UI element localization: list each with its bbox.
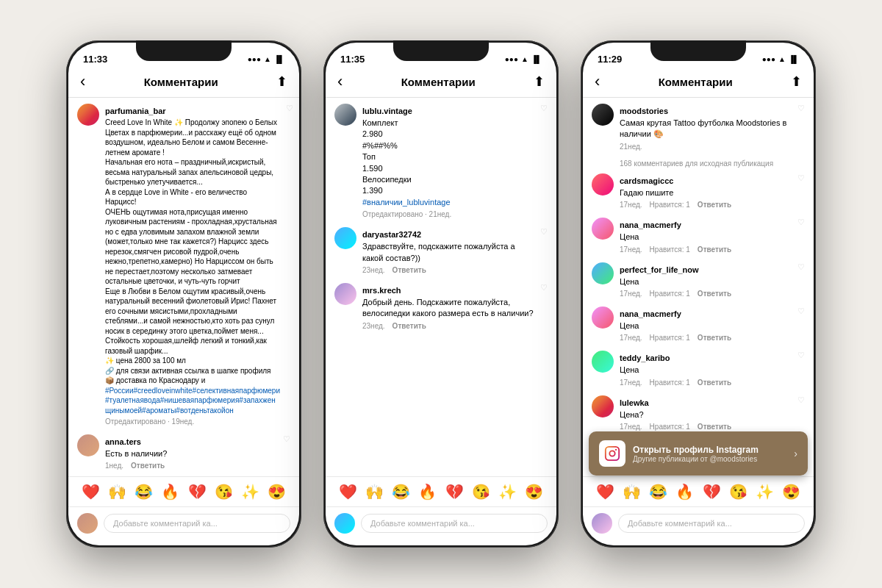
heart-icon[interactable]: ♡	[797, 351, 805, 386]
comment-input-1[interactable]: Добавьте комментарий ка...	[104, 514, 290, 533]
comment-content: nana_macmerfy Цена 17нед. Нравится: 1 От…	[620, 218, 792, 253]
comment-meta: 17нед. Нравится: 1 Ответить	[620, 423, 792, 431]
heart-icon[interactable]: ♡	[540, 104, 548, 218]
comment-row: lublu.vintage Комплект2.980#%##%%Топ1.59…	[334, 104, 548, 218]
comment-edited: Отредактировано · 19нед.	[105, 417, 194, 426]
comments-area-3[interactable]: moodstories Самая крутая Tattoo футболка…	[583, 98, 814, 476]
comments-area-1[interactable]: parfumania_bar Creed Love In White ✨ Про…	[68, 98, 299, 476]
avatar	[592, 351, 614, 373]
comment-meta: 17нед. Нравится: 1 Ответить	[620, 201, 792, 209]
heart-icon[interactable]: ♡	[797, 395, 805, 431]
phone-3: 11:29 ●●● ▲ ▐▌ ‹ Комментарии ⬆ moodstori…	[581, 40, 816, 548]
heart-icon[interactable]: ♡	[797, 218, 805, 253]
comment-username: lublu.vintage	[362, 107, 412, 115]
heart-icon[interactable]: ♡	[283, 434, 290, 470]
reply-button[interactable]: Ответить	[698, 423, 731, 431]
popup-title: Открыть профиль Instagram	[633, 445, 794, 455]
heart-icon[interactable]: ♡	[797, 173, 805, 209]
send-button-3[interactable]: ⬆	[791, 74, 802, 90]
heart-icon[interactable]: ♡	[286, 104, 293, 426]
emoji-brokenheart[interactable]: 💔	[703, 483, 721, 501]
emoji-kiss[interactable]: 😘	[215, 483, 233, 501]
emoji-fire[interactable]: 🔥	[418, 483, 437, 501]
comment-input-3[interactable]: Добавьте комментарий ка...	[618, 514, 805, 533]
emoji-star-eyes[interactable]: 😍	[525, 483, 543, 501]
signal-icon: ●●●	[762, 55, 775, 63]
heart-icon[interactable]: ♡	[540, 227, 548, 274]
comment-row: teddy_karibo Цена 17нед. Нравится: 1 Отв…	[592, 351, 805, 386]
emoji-kiss[interactable]: 😘	[472, 483, 490, 501]
wifi-icon: ▲	[778, 55, 786, 63]
comment-placeholder-3: Добавьте комментарий ка...	[628, 519, 732, 528]
emoji-star-eyes[interactable]: 😍	[268, 483, 286, 501]
emoji-fire[interactable]: 🔥	[675, 483, 694, 501]
comment-row: daryastar32742 Здравствуйте, подскажите …	[334, 227, 548, 274]
emoji-heart[interactable]: ❤️	[339, 483, 357, 501]
back-button-2[interactable]: ‹	[337, 72, 343, 91]
comment-text: Цена?	[620, 409, 792, 420]
comment-content: moodstories Самая крутая Tattoo футболка…	[620, 104, 792, 151]
comment-input-row-1: Добавьте комментарий ка...	[68, 507, 299, 545]
emoji-hands[interactable]: 🙌	[108, 483, 126, 501]
wifi-icon: ▲	[264, 55, 271, 63]
heart-icon[interactable]: ♡	[797, 262, 805, 298]
comment-username: lulewka	[620, 398, 649, 407]
comments-area-2[interactable]: lublu.vintage Комплект2.980#%##%%Топ1.59…	[326, 98, 556, 476]
comment-time: 17нед.	[620, 334, 642, 342]
avatar	[334, 104, 356, 126]
emoji-kiss[interactable]: 😘	[729, 483, 747, 501]
reply-button[interactable]: Ответить	[698, 201, 731, 209]
emoji-brokenheart[interactable]: 💔	[188, 483, 207, 501]
emoji-laugh[interactable]: 😂	[392, 483, 410, 501]
send-button-2[interactable]: ⬆	[534, 74, 545, 90]
emoji-sparkle[interactable]: ✨	[241, 483, 259, 501]
emoji-sparkle[interactable]: ✨	[498, 483, 517, 501]
reply-button[interactable]: Ответить	[392, 266, 426, 274]
comment-input-2[interactable]: Добавьте комментарий ка...	[361, 514, 548, 533]
reply-button[interactable]: Ответить	[698, 290, 731, 298]
reply-button[interactable]: Ответить	[392, 322, 426, 330]
emoji-heart[interactable]: ❤️	[82, 483, 100, 501]
comment-time: 21нед.	[620, 143, 642, 151]
emoji-hands[interactable]: 🙌	[365, 483, 384, 501]
comment-meta: 21нед.	[620, 143, 792, 151]
reply-button[interactable]: Ответить	[698, 334, 731, 342]
back-button-1[interactable]: ‹	[80, 72, 85, 91]
avatar	[77, 104, 99, 126]
comment-content: lublu.vintage Комплект2.980#%##%%Топ1.59…	[362, 104, 534, 218]
notch-3	[650, 40, 746, 61]
comment-row: parfumania_bar Creed Love In White ✨ Про…	[77, 104, 290, 426]
comment-time: 23нед.	[362, 322, 385, 330]
comment-text: Цена	[620, 232, 792, 243]
emoji-laugh[interactable]: 😂	[135, 483, 153, 501]
comment-content: nana_macmerfy Цена 17нед. Нравится: 1 От…	[620, 306, 792, 342]
reply-button[interactable]: Ответить	[131, 462, 165, 470]
emoji-brokenheart[interactable]: 💔	[445, 483, 464, 501]
avatar	[592, 173, 614, 196]
emoji-hands[interactable]: 🙌	[623, 483, 641, 501]
emoji-sparkle[interactable]: ✨	[756, 483, 774, 501]
emoji-heart[interactable]: ❤️	[596, 483, 614, 501]
back-button-3[interactable]: ‹	[595, 72, 600, 91]
reply-button[interactable]: Ответить	[698, 245, 731, 254]
heart-icon[interactable]: ♡	[797, 104, 805, 151]
nav-bar-1: ‹ Комментарии ⬆	[68, 69, 299, 98]
comment-text: Здравствуйте, подскажите пожалуйста а ка…	[362, 241, 534, 264]
user-avatar-1	[77, 513, 98, 534]
heart-icon[interactable]: ♡	[540, 283, 548, 330]
reply-button[interactable]: Ответить	[698, 379, 731, 387]
user-avatar-3	[592, 513, 612, 534]
comment-likes: Нравится: 1	[650, 423, 690, 431]
emoji-star-eyes[interactable]: 😍	[782, 483, 800, 501]
emoji-fire[interactable]: 🔥	[161, 483, 179, 501]
comment-content: anna.ters Есть в наличии? 1нед. Ответить	[105, 434, 277, 470]
comment-likes: Нравится: 1	[650, 245, 690, 254]
time-2: 11:35	[340, 54, 365, 65]
time-1: 11:33	[83, 54, 107, 65]
profile-popup[interactable]: Открыть профиль Instagram Другие публика…	[589, 431, 808, 476]
emoji-laugh[interactable]: 😂	[649, 483, 667, 501]
heart-icon[interactable]: ♡	[797, 306, 805, 342]
send-button-1[interactable]: ⬆	[276, 74, 287, 90]
comment-input-row-3: Добавьте комментарий ка...	[583, 507, 814, 545]
comment-time: 17нед.	[620, 245, 642, 254]
